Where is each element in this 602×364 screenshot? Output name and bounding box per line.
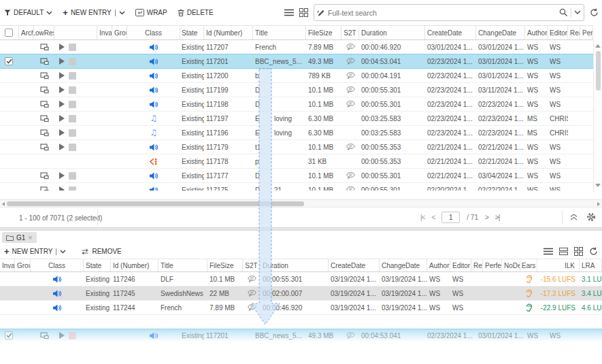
checkbox-checked[interactable] xyxy=(5,331,13,340)
remove-button[interactable]: REMOVE xyxy=(81,248,121,255)
prev-page-button[interactable]: < xyxy=(431,214,435,221)
grid-view-icon[interactable] xyxy=(299,8,308,17)
last-page-button[interactable]: >| xyxy=(495,214,499,221)
table-row[interactable]: Existing117177D10.1 MB00:00:55.30102/21/… xyxy=(0,169,593,183)
column-header[interactable]: FileSize xyxy=(306,26,341,39)
column-header[interactable]: Author xyxy=(525,26,548,39)
column-header[interactable] xyxy=(0,26,19,39)
wrap-button[interactable]: WRAP xyxy=(135,9,167,16)
collapse-panel-icon[interactable] xyxy=(570,214,578,222)
column-header[interactable]: Read xyxy=(568,26,580,39)
cell-select[interactable] xyxy=(0,169,19,182)
column-header[interactable]: Duration xyxy=(359,26,425,39)
table-row[interactable]: Existing117175D2110.1 MB00:00:55.30102/2… xyxy=(0,183,593,191)
search-input[interactable] xyxy=(328,9,559,17)
cell-select[interactable] xyxy=(0,40,19,54)
tab-g1[interactable]: G1 × xyxy=(2,232,37,243)
column-header[interactable]: Author xyxy=(427,259,450,271)
stop-icon[interactable] xyxy=(69,172,76,180)
column-header[interactable]: Grou xyxy=(15,259,31,271)
column-header[interactable]: Archi xyxy=(19,26,34,39)
column-header[interactable]: State xyxy=(84,259,111,271)
list-view-icon[interactable] xyxy=(284,9,294,16)
column-header[interactable] xyxy=(54,26,97,39)
refresh-icon[interactable] xyxy=(590,8,599,17)
first-page-button[interactable]: |< xyxy=(420,214,424,221)
stop-icon[interactable] xyxy=(69,86,76,94)
column-header[interactable]: S2T xyxy=(243,259,261,271)
table-row[interactable]: Existing117198D10.1 MB00:00:55.30102/23/… xyxy=(0,97,593,112)
group-table-row[interactable]: Existing117246DLF10.1 MB00:00:55.30103/1… xyxy=(0,272,602,286)
play-icon[interactable] xyxy=(58,129,65,136)
stop-icon[interactable] xyxy=(69,186,76,191)
scrollbar-thumb[interactable] xyxy=(596,51,601,90)
column-header[interactable]: S2T xyxy=(341,26,359,39)
search-options-chevron-icon[interactable] xyxy=(574,10,581,15)
column-header[interactable]: FileSize xyxy=(207,259,243,271)
cell-select[interactable] xyxy=(0,183,19,191)
column-header[interactable]: Title xyxy=(158,259,207,271)
new-entry-button[interactable]: + NEW ENTRY xyxy=(63,8,124,17)
column-header[interactable]: Perfe xyxy=(483,259,502,271)
refresh-icon[interactable] xyxy=(589,247,598,256)
stop-icon[interactable] xyxy=(69,129,76,137)
play-icon[interactable] xyxy=(58,144,65,150)
cell-select[interactable] xyxy=(0,112,19,125)
group-table-row[interactable]: Existing117244French7.89 MB00:00:46.9200… xyxy=(0,301,602,315)
column-header[interactable]: LowRes xyxy=(34,26,54,39)
column-header[interactable]: Class xyxy=(31,259,84,271)
group-new-entry-button[interactable]: + NEW ENTRY xyxy=(4,247,66,256)
cell-select[interactable] xyxy=(0,140,19,154)
stop-icon[interactable] xyxy=(69,44,76,51)
checkbox-checked[interactable] xyxy=(5,57,13,65)
column-header[interactable]: Inval xyxy=(97,26,112,39)
play-icon[interactable] xyxy=(58,101,65,107)
column-header[interactable]: NoDe xyxy=(502,259,520,271)
rows-view-icon[interactable] xyxy=(559,248,568,255)
horizontal-scrollbar[interactable] xyxy=(0,199,602,208)
column-header[interactable]: ChangeDate xyxy=(476,26,525,39)
search-icon[interactable] xyxy=(559,8,568,17)
cell-select[interactable] xyxy=(0,69,19,82)
play-icon[interactable] xyxy=(58,115,65,122)
table-row[interactable]: Existing117207French7.89 MB00:00:46.9200… xyxy=(0,40,593,54)
column-header[interactable]: Inval xyxy=(0,259,15,271)
grid-view-icon[interactable] xyxy=(574,247,583,256)
scroll-down-icon[interactable] xyxy=(595,184,601,187)
column-header[interactable]: ChangeDate xyxy=(380,259,427,271)
play-icon[interactable] xyxy=(58,72,65,79)
scroll-left-icon[interactable] xyxy=(2,202,5,206)
column-header[interactable]: Perfe xyxy=(580,26,593,39)
select-all-checkbox[interactable] xyxy=(5,29,13,37)
filter-default-button[interactable]: DEFAULT xyxy=(4,9,52,16)
column-header[interactable]: Grou xyxy=(112,26,127,39)
settings-gear-icon[interactable] xyxy=(586,212,596,223)
table-row[interactable]: ♫Existing117197Eloving6.30 MB00:03:25.58… xyxy=(0,112,593,126)
next-page-button[interactable]: > xyxy=(485,214,488,221)
column-header[interactable]: CreateDate xyxy=(425,26,476,39)
play-icon[interactable] xyxy=(58,172,65,179)
page-input[interactable] xyxy=(441,212,460,223)
table-row[interactable]: Existing117179t110.1 MB00:00:55.35302/21… xyxy=(0,140,593,154)
stop-icon[interactable] xyxy=(69,101,76,108)
scroll-up-icon[interactable] xyxy=(595,44,601,48)
column-header[interactable]: Duration xyxy=(261,259,329,271)
close-icon[interactable]: × xyxy=(28,234,32,242)
column-header[interactable]: Id (Number) xyxy=(111,259,158,271)
stop-icon[interactable] xyxy=(69,58,76,65)
scroll-right-icon[interactable] xyxy=(597,202,600,206)
column-header[interactable]: Id (Number) xyxy=(204,26,253,39)
column-header[interactable]: LRA xyxy=(580,259,602,271)
play-icon[interactable] xyxy=(58,332,65,339)
vertical-scrollbar[interactable] xyxy=(593,40,602,191)
play-icon[interactable] xyxy=(58,44,65,50)
stop-icon[interactable] xyxy=(69,332,76,340)
delete-button[interactable]: DELETE xyxy=(178,9,214,16)
table-row[interactable]: Existing117201BBC_news_5...49.3 MB00:04:… xyxy=(0,54,593,69)
table-row[interactable]: ♫Existing117196Eloving6.30 MB00:03:25.58… xyxy=(0,126,593,140)
cell-select[interactable] xyxy=(0,329,19,342)
column-header[interactable]: Class xyxy=(127,26,180,39)
column-header[interactable]: State xyxy=(180,26,204,39)
play-icon[interactable] xyxy=(58,58,65,65)
table-row[interactable]: Existing117178p31 KB00:00:55.35302/21/20… xyxy=(0,154,593,169)
